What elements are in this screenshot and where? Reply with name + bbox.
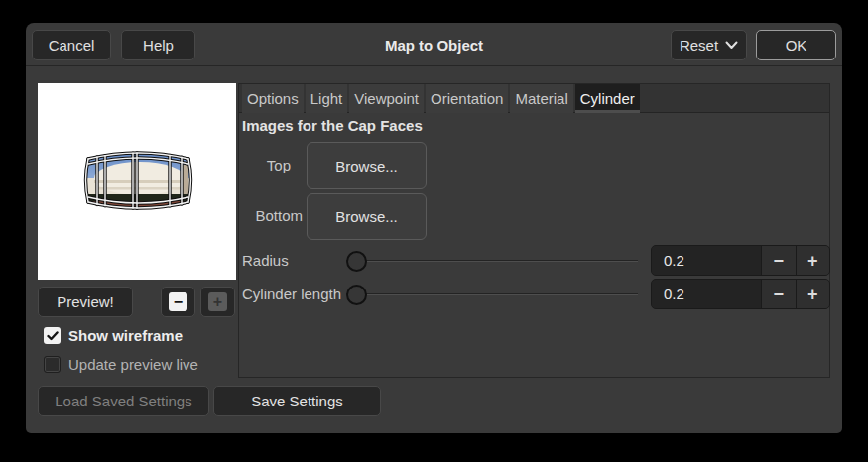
cylinder-length-label: Cylinder length (242, 286, 341, 302)
tab-viewpoint[interactable]: Viewpoint (349, 84, 424, 113)
cylinder-length-slider[interactable] (346, 285, 638, 305)
reset-button[interactable]: Reset (671, 30, 747, 60)
load-saved-settings-button[interactable]: Load Saved Settings (38, 386, 209, 416)
checkbox-checked-icon (44, 327, 61, 344)
tab-light[interactable]: Light (306, 84, 348, 113)
tab-strip: Options Light Viewpoint Orientation Mate… (239, 84, 829, 113)
preview-button[interactable]: Preview! (38, 287, 133, 317)
bottom-label: Bottom (239, 207, 303, 224)
radius-label: Radius (242, 252, 289, 269)
screen-background: Cancel Help Map to Object Reset OK (0, 0, 868, 462)
tab-orientation[interactable]: Orientation (426, 84, 508, 113)
cylinder-length-spinbutton: − + (651, 279, 830, 309)
tab-options[interactable]: Options (242, 84, 304, 113)
chevron-down-icon (725, 41, 738, 50)
tab-cylinder[interactable]: Cylinder (575, 84, 640, 113)
reset-button-label: Reset (680, 37, 718, 54)
zoom-out-button[interactable]: − (161, 287, 195, 317)
dialog-header: Cancel Help Map to Object Reset OK (26, 23, 842, 66)
radius-increment-button[interactable]: + (796, 246, 830, 275)
radius-slider[interactable] (346, 251, 638, 272)
update-preview-live-label: Update preview live (68, 356, 198, 373)
section-title: Images for the Cap Faces (242, 117, 423, 134)
zoom-in-button[interactable]: + (200, 287, 235, 317)
radius-slider-thumb[interactable] (346, 251, 367, 272)
zoom-out-icon: − (169, 292, 187, 311)
radius-slider-track[interactable] (346, 260, 638, 262)
cylinder-length-decrement-button[interactable]: − (761, 280, 796, 308)
cylinder-length-increment-button[interactable]: + (796, 280, 830, 308)
map-to-object-dialog: Cancel Help Map to Object Reset OK (26, 23, 842, 433)
checkbox-unchecked-icon (44, 356, 61, 373)
radius-input[interactable] (652, 246, 761, 275)
cylinder-length-slider-thumb[interactable] (346, 285, 367, 305)
zoom-in-icon: + (208, 292, 227, 311)
show-wireframe-checkbox[interactable]: Show wireframe (44, 327, 183, 344)
preview-area[interactable] (38, 83, 236, 280)
tab-material[interactable]: Material (510, 84, 572, 113)
save-settings-button[interactable]: Save Settings (213, 386, 381, 416)
update-preview-live-checkbox[interactable]: Update preview live (44, 356, 198, 373)
cylinder-length-input[interactable] (652, 280, 761, 308)
ok-button[interactable]: OK (756, 30, 836, 60)
show-wireframe-label: Show wireframe (68, 327, 183, 344)
settings-notebook: Options Light Viewpoint Orientation Mate… (238, 83, 830, 378)
top-label: Top (239, 157, 291, 173)
cylinder-preview-image (38, 83, 236, 280)
browse-bottom-button[interactable]: Browse... (307, 193, 427, 240)
radius-decrement-button[interactable]: − (761, 246, 796, 275)
radius-spinbutton: − + (651, 245, 830, 276)
cylinder-length-slider-track[interactable] (346, 293, 638, 295)
browse-top-button[interactable]: Browse... (307, 142, 427, 189)
